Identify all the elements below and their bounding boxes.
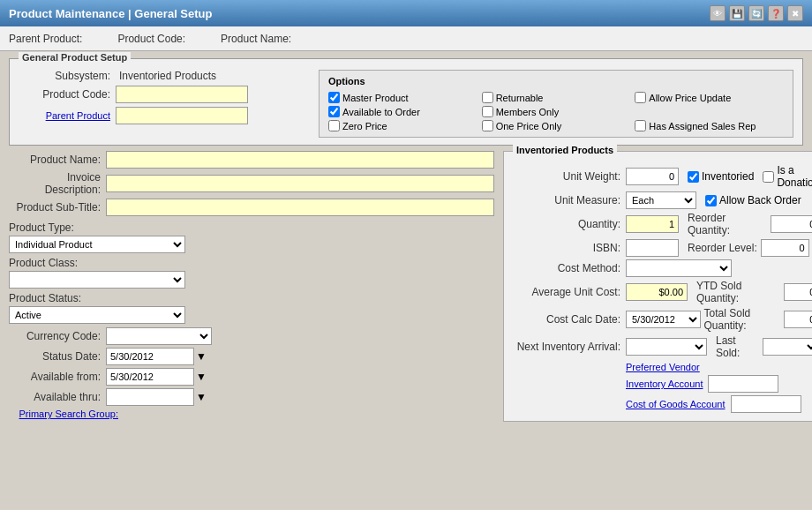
inventory-account-link[interactable]: Inventory Account bbox=[626, 379, 703, 389]
unit-weight-label: Unit Weight: bbox=[511, 170, 626, 183]
product-type-select[interactable]: Individual Product Bundle Component bbox=[9, 236, 185, 253]
isbn-label: ISBN: bbox=[511, 242, 626, 254]
product-code-form-label: Product Code: bbox=[19, 88, 116, 101]
available-to-order-checkbox[interactable] bbox=[328, 106, 340, 117]
returnable-label: Returnable bbox=[496, 93, 544, 103]
toolbar-icons: 👁 💾 🔄 ❓ ✖ bbox=[710, 5, 803, 21]
ytd-sold-quantity-input[interactable] bbox=[784, 283, 812, 301]
product-subtitle-label: Product Sub-Title: bbox=[9, 201, 106, 214]
average-unit-cost-label: Average Unit Cost: bbox=[511, 286, 626, 298]
available-from-picker-icon[interactable]: ▼ bbox=[196, 371, 207, 383]
cost-method-label: Cost Method: bbox=[511, 262, 626, 274]
eye-icon[interactable]: 👁 bbox=[710, 5, 726, 21]
available-from-label: Available from: bbox=[9, 371, 106, 383]
unit-weight-input[interactable] bbox=[626, 168, 679, 185]
subsystem-label: Subsystem: bbox=[19, 70, 116, 82]
save-icon[interactable]: 💾 bbox=[729, 5, 745, 21]
next-inventory-arrival-select[interactable] bbox=[626, 338, 707, 356]
zero-price-checkbox[interactable] bbox=[328, 120, 340, 131]
average-unit-cost-input[interactable] bbox=[626, 283, 688, 301]
members-only-checkbox[interactable] bbox=[482, 106, 493, 117]
allow-price-update-checkbox[interactable] bbox=[635, 92, 646, 103]
help-icon[interactable]: ❓ bbox=[768, 5, 784, 21]
quantity-label: Quantity: bbox=[511, 218, 626, 230]
subsystem-value: Inventoried Products bbox=[119, 70, 216, 82]
available-thru-input[interactable] bbox=[106, 388, 194, 406]
product-name-label: Product Name: bbox=[221, 33, 291, 45]
reorder-quantity-label: Reorder Quantity: bbox=[688, 212, 767, 236]
master-product-label: Master Product bbox=[342, 93, 409, 103]
parent-product-input[interactable] bbox=[116, 107, 248, 124]
allow-back-order-label: Allow Back Order bbox=[719, 194, 801, 206]
unit-measure-label: Unit Measure: bbox=[511, 194, 626, 206]
returnable-checkbox[interactable] bbox=[482, 92, 493, 103]
invoice-description-label: Invoice Description: bbox=[9, 171, 106, 196]
unit-measure-select[interactable]: Each Box Case bbox=[626, 191, 696, 209]
product-name-input[interactable] bbox=[106, 151, 494, 169]
cost-of-goods-account-link[interactable]: Cost of Goods Account bbox=[626, 399, 726, 409]
close-icon[interactable]: ✖ bbox=[787, 5, 803, 21]
primary-search-group-link[interactable]: Primary Search Group: bbox=[9, 409, 124, 419]
product-class-select[interactable] bbox=[9, 271, 185, 289]
cost-method-select[interactable] bbox=[626, 259, 732, 277]
master-product-checkbox[interactable] bbox=[328, 92, 340, 103]
cost-calc-date-label: Cost Calc Date: bbox=[511, 313, 626, 326]
product-class-label: Product Class: bbox=[9, 257, 494, 269]
status-date-picker-icon[interactable]: ▼ bbox=[196, 350, 207, 363]
parent-product-label: Parent Product: bbox=[9, 33, 82, 45]
inventoried-products-section: Inventoried Products Unit Weight: Invent… bbox=[503, 151, 812, 422]
reorder-quantity-input[interactable] bbox=[771, 215, 812, 233]
inventoried-label: Inventoried bbox=[702, 170, 754, 183]
product-status-label: Product Status: bbox=[9, 292, 494, 304]
members-only-label: Members Only bbox=[496, 107, 560, 117]
product-subtitle-input[interactable] bbox=[106, 199, 494, 216]
currency-code-label: Currency Code: bbox=[9, 330, 106, 342]
available-from-input[interactable] bbox=[106, 368, 194, 386]
has-assigned-sales-rep-label: Has Assigned Sales Rep bbox=[649, 121, 756, 131]
page-title: Product Maintenance | General Setup bbox=[9, 7, 212, 20]
total-sold-quantity-label: Total Sold Quantity: bbox=[704, 307, 781, 332]
available-to-order-label: Available to Order bbox=[342, 107, 420, 117]
cost-calc-date-select[interactable]: 5/30/2012 bbox=[626, 311, 701, 328]
has-assigned-sales-rep-checkbox[interactable] bbox=[635, 120, 646, 131]
currency-code-select[interactable] bbox=[106, 327, 212, 345]
parent-product-link[interactable]: Parent Product bbox=[19, 110, 116, 121]
options-section: Options Master Product Returnable bbox=[319, 70, 793, 138]
product-code-label: Product Code: bbox=[117, 33, 185, 45]
is-donation-label: Is a Donation bbox=[777, 164, 812, 189]
next-inventory-arrival-label: Next Inventory Arrival: bbox=[511, 341, 626, 353]
inventory-account-input[interactable] bbox=[708, 375, 778, 393]
invoice-description-input[interactable] bbox=[106, 175, 494, 192]
status-date-input[interactable] bbox=[106, 348, 194, 365]
ytd-sold-quantity-label: YTD Sold Quantity: bbox=[696, 280, 780, 304]
available-thru-label: Available thru: bbox=[9, 391, 106, 403]
product-name-form-label: Product Name: bbox=[9, 154, 106, 166]
status-date-label: Status Date: bbox=[9, 350, 106, 363]
refresh-icon[interactable]: 🔄 bbox=[748, 5, 764, 21]
cost-of-goods-account-input[interactable] bbox=[731, 395, 801, 413]
general-setup-title: General Product Setup bbox=[19, 52, 131, 63]
last-sold-label: Last Sold: bbox=[716, 334, 759, 359]
isbn-input[interactable] bbox=[626, 239, 679, 257]
top-info-bar: Parent Product: Product Code: Product Na… bbox=[0, 26, 812, 51]
reorder-level-input[interactable] bbox=[761, 239, 809, 257]
product-code-input[interactable] bbox=[116, 86, 248, 103]
inventoried-products-title: Inventoried Products bbox=[513, 145, 617, 155]
last-sold-select[interactable] bbox=[763, 338, 812, 356]
reorder-level-label: Reorder Level: bbox=[688, 242, 757, 254]
allow-back-order-checkbox[interactable] bbox=[705, 195, 717, 206]
options-title: Options bbox=[328, 76, 784, 86]
one-price-only-label: One Price Only bbox=[496, 121, 562, 131]
allow-price-update-label: Allow Price Update bbox=[649, 93, 731, 103]
general-product-setup-section: General Product Setup Subsystem: Invento… bbox=[9, 58, 803, 146]
available-thru-picker-icon[interactable]: ▼ bbox=[196, 391, 207, 403]
product-type-label: Product Type: bbox=[9, 221, 494, 234]
zero-price-label: Zero Price bbox=[342, 121, 387, 131]
one-price-only-checkbox[interactable] bbox=[482, 120, 493, 131]
inventoried-checkbox[interactable] bbox=[688, 171, 699, 183]
quantity-input[interactable] bbox=[626, 215, 679, 233]
total-sold-quantity-input[interactable] bbox=[784, 311, 812, 328]
preferred-vendor-link[interactable]: Preferred Vendor bbox=[626, 362, 700, 372]
is-donation-checkbox[interactable] bbox=[763, 171, 774, 183]
product-status-select[interactable]: Active Inactive bbox=[9, 306, 185, 324]
